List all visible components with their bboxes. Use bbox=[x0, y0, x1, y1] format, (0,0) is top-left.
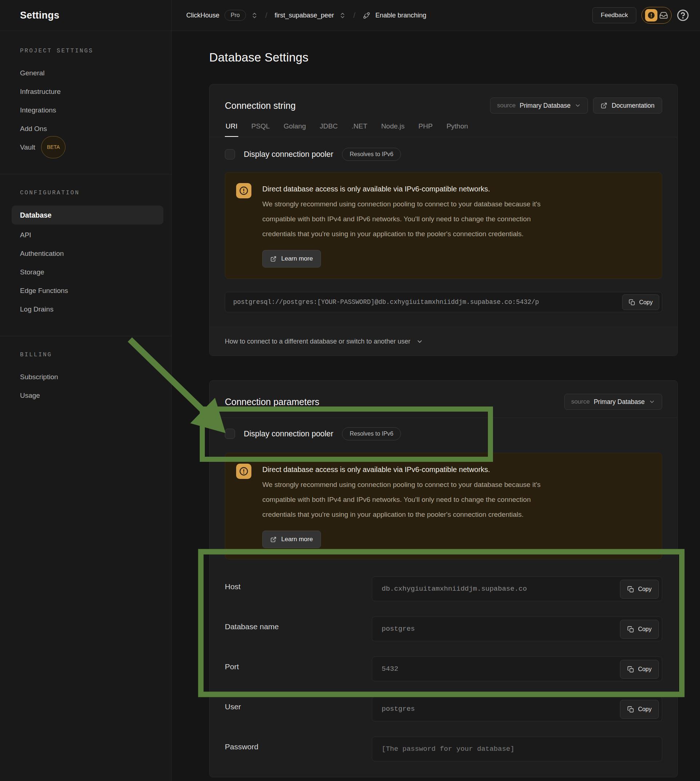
connection-string-tabs: URI PSQL Golang JDBC .NET Node.js PHP Py… bbox=[225, 122, 662, 137]
sidebar-item-integrations[interactable]: Integrations bbox=[0, 101, 172, 119]
feedback-button[interactable]: Feedback bbox=[592, 7, 636, 23]
port-label: Port bbox=[225, 656, 372, 681]
external-link-icon bbox=[270, 536, 277, 542]
connection-parameters-card: Connection parameters source Primary Dat… bbox=[209, 380, 678, 778]
display-connection-pooler-checkbox[interactable] bbox=[225, 429, 235, 439]
sidebar-item-log-drains[interactable]: Log Drains bbox=[0, 300, 172, 319]
copy-label: Copy bbox=[638, 626, 652, 632]
connection-uri-field[interactable]: postgresql://postgres:[YOUR-PASSWORD]@db… bbox=[225, 292, 662, 312]
database-name-input[interactable]: postgres Copy bbox=[372, 616, 662, 641]
sidebar-item-usage[interactable]: Usage bbox=[0, 386, 172, 405]
host-label: Host bbox=[225, 576, 372, 601]
warning-alert-icon bbox=[236, 183, 252, 199]
copy-icon bbox=[627, 626, 634, 633]
password-label: Password bbox=[225, 737, 372, 761]
connection-string-title: Connection string bbox=[225, 100, 296, 111]
display-connection-pooler-checkbox[interactable] bbox=[225, 149, 235, 159]
connection-parameters-header: Connection parameters source Primary Dat… bbox=[210, 380, 677, 418]
learn-more-label: Learn more bbox=[281, 255, 313, 262]
source-label: source bbox=[571, 398, 590, 406]
sidebar-section-billing: BILLING bbox=[0, 352, 172, 358]
connection-parameter-fields: Host db.cxhygiuitamxhniiddjm.supabase.co… bbox=[225, 576, 662, 769]
footer-label: How to connect to a different database o… bbox=[225, 338, 410, 345]
sidebar-item-edge-functions[interactable]: Edge Functions bbox=[0, 281, 172, 300]
warning-alert-icon bbox=[236, 464, 252, 479]
learn-more-button[interactable]: Learn more bbox=[262, 250, 321, 267]
page-title: Database Settings bbox=[209, 49, 700, 66]
database-name-field-row: Database name postgres Copy bbox=[225, 616, 662, 641]
copy-host-button[interactable]: Copy bbox=[620, 580, 659, 599]
git-branch-icon bbox=[363, 12, 370, 19]
enable-branching-button[interactable]: Enable branching bbox=[375, 12, 427, 19]
documentation-button[interactable]: Documentation bbox=[593, 98, 662, 113]
host-value: db.cxhygiuitamxhniiddjm.supabase.co bbox=[372, 585, 582, 593]
warning-title: Direct database access is only available… bbox=[262, 182, 541, 197]
copy-icon bbox=[627, 666, 634, 673]
tab-nodejs[interactable]: Node.js bbox=[380, 122, 405, 137]
source-select[interactable]: source Primary Database bbox=[490, 98, 588, 113]
sidebar-item-database-label: Database bbox=[12, 206, 52, 225]
ipv6-warning-banner: Direct database access is only available… bbox=[225, 172, 662, 279]
chevron-down-icon bbox=[575, 102, 581, 109]
chevrons-up-down-icon[interactable] bbox=[339, 12, 346, 19]
sidebar-item-vault-label: Vault bbox=[20, 138, 35, 157]
source-value: Primary Database bbox=[520, 102, 570, 110]
host-field-row: Host db.cxhygiuitamxhniiddjm.supabase.co… bbox=[225, 576, 662, 601]
tab-jdbc[interactable]: JDBC bbox=[319, 122, 339, 137]
tab-dotnet[interactable]: .NET bbox=[351, 122, 368, 137]
password-input[interactable]: [The password for your database] bbox=[372, 737, 662, 761]
sidebar-item-database[interactable]: Database bbox=[12, 205, 163, 225]
copy-label: Copy bbox=[639, 299, 653, 306]
copy-database-name-button[interactable]: Copy bbox=[620, 620, 659, 639]
display-pooler-label: Display connection pooler bbox=[244, 429, 333, 439]
tab-php[interactable]: PHP bbox=[418, 122, 433, 137]
copy-user-button[interactable]: Copy bbox=[620, 700, 659, 719]
tab-python[interactable]: Python bbox=[446, 122, 468, 137]
sidebar-item-infrastructure[interactable]: Infrastructure bbox=[0, 82, 172, 101]
source-select[interactable]: source Primary Database bbox=[564, 394, 662, 410]
help-icon[interactable] bbox=[677, 9, 689, 22]
display-pooler-row: Display connection pooler Resolves to IP… bbox=[225, 137, 662, 164]
learn-more-button[interactable]: Learn more bbox=[262, 531, 321, 548]
chevrons-up-down-icon[interactable] bbox=[251, 12, 258, 19]
warning-body-line: credentials that you're using in your ap… bbox=[262, 507, 541, 522]
copy-label: Copy bbox=[638, 706, 652, 713]
top-bar: Settings ClickHouse Pro / first_supabase… bbox=[0, 0, 700, 31]
sidebar-item-api[interactable]: API bbox=[0, 225, 172, 244]
sidebar-item-storage[interactable]: Storage bbox=[0, 263, 172, 281]
user-input[interactable]: postgres Copy bbox=[372, 697, 662, 721]
tab-psql[interactable]: PSQL bbox=[251, 122, 271, 137]
display-pooler-row: Display connection pooler Resolves to IP… bbox=[225, 418, 662, 444]
host-input[interactable]: db.cxhygiuitamxhniiddjm.supabase.co Copy bbox=[372, 576, 662, 601]
user-value: postgres bbox=[372, 705, 469, 713]
user-field-row: User postgres Copy bbox=[225, 697, 662, 721]
sidebar-item-subscription[interactable]: Subscription bbox=[0, 367, 172, 386]
sidebar-item-vault[interactable]: Vault BETA bbox=[0, 138, 172, 157]
notifications-button[interactable] bbox=[642, 7, 672, 23]
connection-parameters-title: Connection parameters bbox=[225, 397, 320, 407]
breadcrumb-separator: / bbox=[263, 11, 270, 20]
sidebar-item-general[interactable]: General bbox=[0, 64, 172, 82]
sidebar-divider bbox=[0, 336, 172, 336]
tab-uri[interactable]: URI bbox=[225, 122, 238, 137]
password-placeholder: [The password for your database] bbox=[372, 745, 569, 753]
port-input[interactable]: 5432 Copy bbox=[372, 656, 662, 681]
port-field-row: Port 5432 Copy bbox=[225, 656, 662, 681]
sidebar-item-authentication[interactable]: Authentication bbox=[0, 244, 172, 263]
topbar-breadcrumb-area: ClickHouse Pro / first_supabase_peer / E… bbox=[172, 0, 700, 30]
breadcrumb-project[interactable]: first_supabase_peer bbox=[275, 12, 334, 19]
sidebar-item-add-ons[interactable]: Add Ons bbox=[0, 119, 172, 138]
resolves-ipv6-badge: Resolves to IPv6 bbox=[342, 148, 401, 161]
breadcrumb-org[interactable]: ClickHouse bbox=[186, 12, 219, 19]
database-name-value: postgres bbox=[372, 625, 469, 633]
settings-title: Settings bbox=[20, 10, 59, 21]
learn-more-label: Learn more bbox=[281, 536, 313, 543]
warning-body-line: compatible with both IPv4 and IPv6 netwo… bbox=[262, 212, 541, 226]
source-value: Primary Database bbox=[594, 398, 645, 406]
connect-different-database-toggle[interactable]: How to connect to a different database o… bbox=[210, 327, 677, 355]
copy-uri-button[interactable]: Copy bbox=[622, 294, 659, 310]
tab-golang[interactable]: Golang bbox=[283, 122, 306, 137]
copy-port-button[interactable]: Copy bbox=[620, 660, 659, 679]
chevron-down-icon bbox=[416, 338, 423, 345]
resolves-ipv6-badge: Resolves to IPv6 bbox=[342, 427, 401, 441]
